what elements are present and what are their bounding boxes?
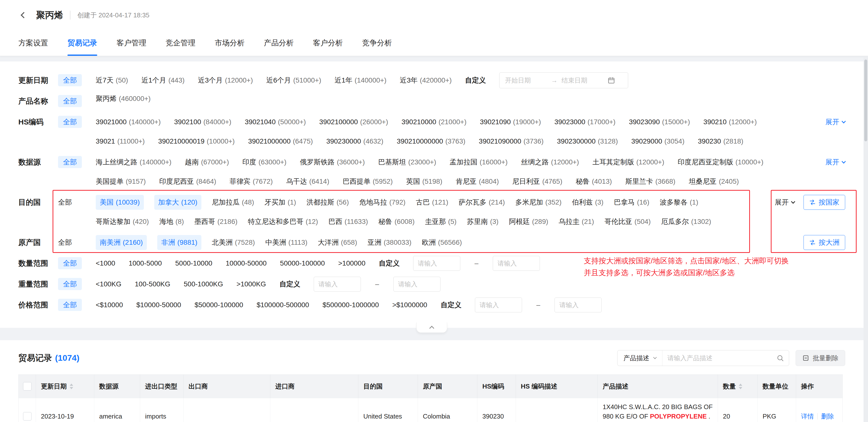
filter-option[interactable]: 3902100000(26000+) <box>319 117 388 127</box>
back-button[interactable] <box>18 10 29 21</box>
filter-option[interactable]: 390210000019(10000+) <box>158 136 235 147</box>
filter-option[interactable]: 聚丙烯(460000+) <box>96 93 151 104</box>
filter-all-option[interactable]: 全部 <box>58 257 82 269</box>
filter-option[interactable]: 伯利兹(3) <box>572 197 603 208</box>
filter-option[interactable]: 39029000(3054) <box>631 136 684 147</box>
filter-option[interactable]: 巴西(11633) <box>328 216 368 227</box>
filter-option[interactable]: 中美洲(1113) <box>266 237 308 248</box>
filter-all-option[interactable]: 全部 <box>58 156 82 168</box>
weight-min-input[interactable] <box>314 277 361 292</box>
filter-option[interactable]: 390230(2818) <box>698 136 743 147</box>
filter-option[interactable]: 印度尼西亚(8464) <box>159 176 216 187</box>
date-range-picker[interactable]: → <box>499 72 628 88</box>
filter-all-option[interactable]: 全部 <box>58 299 82 311</box>
filter-all-option[interactable]: 全部 <box>58 74 82 86</box>
filter-option[interactable]: 越南(67000+) <box>185 157 229 168</box>
filter-option[interactable]: 近3个月(12000+) <box>198 75 253 86</box>
filter-option[interactable]: 近1年(140000+) <box>335 75 386 86</box>
filter-option[interactable]: 肯尼亚(4804) <box>456 176 499 187</box>
tab[interactable]: 竞争分析 <box>362 30 392 56</box>
filter-option[interactable]: 尼日利亚(4765) <box>513 176 562 187</box>
search-button[interactable] <box>772 354 789 362</box>
filter-option[interactable]: 近7天(50) <box>96 75 128 86</box>
filter-option[interactable]: 乌干达(6414) <box>286 176 329 187</box>
filter-option[interactable]: 390210(12000+) <box>703 117 757 127</box>
filter-option[interactable]: 孟加拉国(16000+) <box>450 157 508 168</box>
expand-button[interactable]: 展开 <box>825 117 845 127</box>
filter-all-option[interactable]: 全部 <box>58 95 82 107</box>
filter-option[interactable]: 非洲(9881) <box>157 235 202 250</box>
filter-all-option[interactable]: 全部 <box>58 116 82 128</box>
tab[interactable]: 贸易记录 <box>67 30 97 56</box>
custom-option[interactable]: 自定义 <box>441 297 462 313</box>
filter-option[interactable]: 3902100(84000+) <box>174 117 231 127</box>
tab[interactable]: 市场分析 <box>215 30 245 56</box>
filter-option[interactable]: 菲律宾(7672) <box>230 176 273 187</box>
filter-option[interactable]: 多米尼加(352) <box>515 197 561 208</box>
custom-option[interactable]: 自定义 <box>279 276 300 292</box>
filter-option[interactable]: 圭亚那(5) <box>425 216 457 227</box>
filter-option[interactable]: 危地马拉(792) <box>359 197 405 208</box>
row-checkbox[interactable] <box>23 412 31 421</box>
filter-option[interactable]: 10000-50000 <box>226 258 267 269</box>
switch-by-country-button[interactable]: 按国家 <box>804 195 845 210</box>
filter-option[interactable]: 哥伦比亚(504) <box>604 216 651 227</box>
tab[interactable]: 客户分析 <box>313 30 343 56</box>
filter-option[interactable]: 390210000000(3763) <box>397 136 465 147</box>
expand-button[interactable]: 展开 <box>775 198 795 207</box>
detail-link[interactable]: 详情 <box>801 412 814 421</box>
filter-option[interactable]: 萨尔瓦多(214) <box>459 197 505 208</box>
end-date-input[interactable] <box>561 76 603 84</box>
filter-option[interactable]: 39021000000(6475) <box>248 136 313 147</box>
calendar-icon[interactable] <box>608 76 615 84</box>
filter-option[interactable]: 39021090000(3736) <box>479 136 544 147</box>
page-scrollbar[interactable] <box>864 57 868 422</box>
tab[interactable]: 客户管理 <box>117 30 146 56</box>
filter-option[interactable]: 390210000(21000+) <box>402 117 466 127</box>
switch-by-continent-button[interactable]: 按大洲 <box>804 235 845 250</box>
filter-option[interactable]: <1000 <box>96 258 115 269</box>
filter-option[interactable]: 波多黎各(1) <box>660 197 698 208</box>
filter-option[interactable]: 尼加拉瓜(48) <box>212 197 254 208</box>
filter-option[interactable]: 近3年(420000+) <box>400 75 452 86</box>
filter-option[interactable]: 巴西提单(5952) <box>343 176 393 187</box>
filter-option[interactable]: 洪都拉斯(56) <box>307 197 349 208</box>
filter-option[interactable]: 厄瓜多尔(1302) <box>661 216 711 227</box>
filter-option[interactable]: 大洋洲(658) <box>318 237 357 248</box>
filter-option[interactable]: 加拿大(120) <box>154 195 202 210</box>
tab[interactable]: 方案设置 <box>18 30 48 56</box>
filter-option[interactable]: 坦桑尼亚(2405) <box>689 176 739 187</box>
filter-option[interactable]: 斯里兰卡(3668) <box>625 176 675 187</box>
filter-option[interactable]: 苏里南(3) <box>467 216 498 227</box>
filter-option[interactable]: 秘鲁(6008) <box>378 216 415 227</box>
filter-option[interactable]: 哥斯达黎加(420) <box>96 216 149 227</box>
filter-option[interactable]: >100000 <box>338 258 366 269</box>
filter-all-option[interactable]: 全部 <box>58 278 82 290</box>
filter-option[interactable]: 巴基斯坦(23000+) <box>378 157 436 168</box>
filter-option[interactable]: 印度尼西亚定制版(10000+) <box>678 157 764 168</box>
qty-min-input[interactable] <box>413 256 460 271</box>
filter-option[interactable]: 39021(11000+) <box>96 136 145 147</box>
filter-option[interactable]: 北美洲(7528) <box>212 237 255 248</box>
filter-option[interactable]: 墨西哥(2186) <box>194 216 238 227</box>
search-input[interactable] <box>662 354 772 362</box>
tab[interactable]: 竞企管理 <box>166 30 195 56</box>
filter-option[interactable]: 巴拿马(16) <box>614 197 649 208</box>
filter-option[interactable]: 丝绸之路(12000+) <box>521 157 579 168</box>
filter-option[interactable]: >$1000000 <box>392 299 427 311</box>
batch-delete-button[interactable]: 批量删除 <box>796 350 845 366</box>
filter-option[interactable]: $500000-1000000 <box>322 299 379 311</box>
filter-option[interactable]: 特立尼达和多巴哥(12) <box>248 216 318 227</box>
weight-max-input[interactable] <box>393 277 440 292</box>
filter-option[interactable]: 5000-10000 <box>175 258 212 269</box>
filter-option[interactable]: 近1个月(443) <box>142 75 185 86</box>
filter-all-option[interactable]: 全部 <box>58 238 72 246</box>
filter-option[interactable]: $50000-100000 <box>194 299 243 311</box>
filter-option[interactable]: 390230000(4632) <box>327 136 383 147</box>
filter-option[interactable]: 阿根廷(289) <box>509 216 548 227</box>
sort-icon[interactable] <box>70 384 73 389</box>
filter-option[interactable]: 500-1000KG <box>184 279 223 290</box>
price-min-input[interactable] <box>475 297 522 313</box>
scrollbar-thumb[interactable] <box>864 60 867 141</box>
filter-option[interactable]: >1000KG <box>237 279 266 290</box>
